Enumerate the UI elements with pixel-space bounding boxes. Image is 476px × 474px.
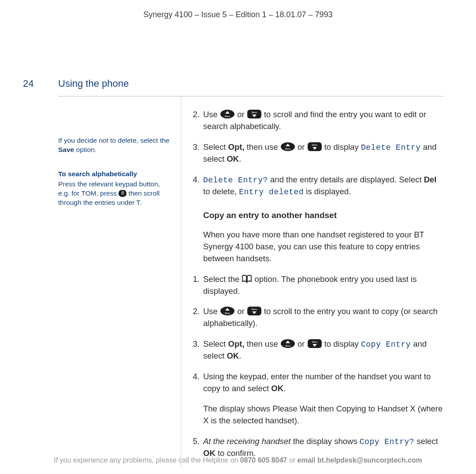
ok-label: OK — [227, 154, 239, 163]
svg-text:Menu: Menu — [252, 111, 257, 114]
step-2: 2. Use Menu or Menu to scroll to the ent… — [191, 306, 445, 330]
phonebook-icon — [242, 274, 252, 283]
text: If you decide not to delete, select the — [58, 137, 169, 144]
nav-up-icon: Menu — [280, 339, 295, 348]
text: to delete, — [203, 187, 239, 196]
helpline-footer: If you experience any problems, please c… — [0, 455, 476, 465]
tip-search-body: Press the relevant keypad button, e.g. f… — [58, 180, 173, 207]
section-title: Using the phone — [58, 77, 129, 91]
svg-text:Menu: Menu — [312, 341, 317, 343]
text: Use — [203, 307, 220, 316]
text: . — [239, 154, 241, 163]
text: the display shows — [291, 437, 360, 446]
step-4: 4. Delete Entry? and the entry details a… — [191, 174, 445, 198]
lcd-text: Delete Entry — [361, 143, 421, 152]
text: to display — [322, 339, 361, 348]
text: or — [235, 110, 247, 119]
ok-label: OK — [227, 351, 239, 360]
text: Select — [203, 339, 228, 348]
main-content: 2. Use Menu or Menu to scroll and find t… — [181, 96, 445, 468]
text: is displayed. — [304, 187, 351, 196]
text: then use — [245, 142, 280, 152]
step-1: 1. Select the option. The phonebook entr… — [191, 274, 445, 297]
ok-label: OK — [271, 384, 283, 393]
steps-delete: 2. Use Menu or Menu to scroll and find t… — [191, 109, 445, 198]
step-number: 4. — [191, 174, 203, 198]
step-number: 3. — [191, 141, 203, 165]
text: . — [239, 351, 241, 360]
text: Using the keypad, enter the number of th… — [203, 372, 431, 393]
tip-search-title: To search alphabetically — [58, 170, 173, 179]
text: and the entry details are displayed. Sel… — [268, 175, 424, 184]
nav-down-icon: Menu — [307, 339, 322, 348]
text: Select the — [203, 274, 242, 284]
step-body: Using the keypad, enter the number of th… — [203, 371, 445, 395]
svg-text:Menu: Menu — [285, 344, 291, 347]
text: or — [287, 456, 297, 464]
svg-text:Menu: Menu — [225, 312, 231, 315]
svg-text:Menu: Menu — [225, 115, 231, 118]
svg-text:Menu: Menu — [252, 308, 257, 311]
step-body: Select Opt, then use Menu or Menu to dis… — [203, 141, 445, 165]
step-3: 3. Select Opt, then use Menu or Menu to … — [191, 338, 445, 362]
step-body: Delete Entry? and the entry details are … — [203, 174, 445, 198]
title-row: 24 Using the phone — [0, 77, 476, 91]
step-body: Use Menu or Menu to scroll and find the … — [203, 109, 445, 133]
step-number: 2. — [191, 306, 203, 330]
tip-save: If you decide not to delete, select the … — [58, 136, 173, 155]
doc-header: Synergy 4100 – Issue 5 – Edition 1 – 18.… — [0, 0, 476, 20]
copy-progress-text: The display shows Please Wait then Copyi… — [203, 403, 445, 427]
text: The display shows — [203, 404, 272, 413]
text: then — [316, 404, 336, 413]
step-4: 4. Using the keypad, enter the number of… — [191, 371, 445, 395]
helpline-email: email bt.helpdesk@suncorptech.com — [298, 456, 422, 464]
nav-down-icon: Menu — [247, 306, 262, 316]
nav-down-icon: Menu — [307, 142, 322, 152]
del-label: Del — [424, 175, 437, 184]
lcd-text: Please Wait — [272, 404, 316, 413]
text: or — [295, 142, 307, 152]
manual-page: Synergy 4100 – Issue 5 – Edition 1 – 18.… — [0, 0, 476, 474]
step-number: 3. — [191, 338, 203, 362]
step-number: 4. — [191, 371, 203, 395]
nav-up-icon: Menu — [220, 306, 235, 316]
italic-text: At the receiving handset — [203, 437, 291, 446]
text: then use — [245, 339, 280, 348]
subheading-copy: Copy an entry to another handset — [203, 209, 445, 222]
svg-text:Menu: Menu — [285, 148, 291, 150]
text: or — [235, 307, 247, 316]
keypad-8-icon: 8 — [119, 190, 126, 197]
steps-copy: 1. Select the option. The phonebook entr… — [191, 274, 445, 395]
text: or — [295, 339, 307, 348]
text: to display — [322, 142, 361, 152]
step-number: 1. — [191, 274, 203, 297]
opt-label: Opt, — [228, 142, 245, 152]
lcd-text: Delete Entry? — [203, 176, 268, 185]
lcd-text: Copy Entry? — [360, 437, 414, 446]
text: Select — [203, 142, 228, 152]
helpline-phone: 0870 605 8047 — [240, 456, 287, 464]
page-number: 24 — [23, 77, 58, 91]
sidebar-tips: If you decide not to delete, select the … — [58, 96, 181, 468]
text: select — [414, 437, 438, 446]
step-body: Select the option. The phonebook entry y… — [203, 274, 445, 297]
nav-up-icon: Menu — [280, 142, 295, 152]
step-number: 2. — [191, 109, 203, 133]
text: Use — [203, 110, 220, 119]
lcd-text: Copying to Handset X — [336, 404, 416, 413]
opt-label: Opt, — [228, 339, 245, 348]
nav-up-icon: Menu — [220, 109, 235, 119]
copy-intro: When you have more than one handset regi… — [203, 229, 445, 264]
svg-text:Menu: Menu — [312, 144, 317, 146]
content-columns: If you decide not to delete, select the … — [0, 96, 476, 468]
step-3: 3. Select Opt, then use Menu or Menu to … — [191, 141, 445, 165]
step-2: 2. Use Menu or Menu to scroll and find t… — [191, 109, 445, 133]
text-bold: Save — [58, 146, 74, 153]
lcd-text: Copy Entry — [361, 340, 411, 349]
text: . — [283, 384, 286, 393]
step-body: Use Menu or Menu to scroll to the entry … — [203, 306, 445, 330]
nav-down-icon: Menu — [247, 109, 262, 119]
text: If you experience any problems, please c… — [54, 456, 240, 464]
step-body: Select Opt, then use Menu or Menu to dis… — [203, 338, 445, 362]
lcd-text: Entry deleted — [239, 188, 304, 196]
